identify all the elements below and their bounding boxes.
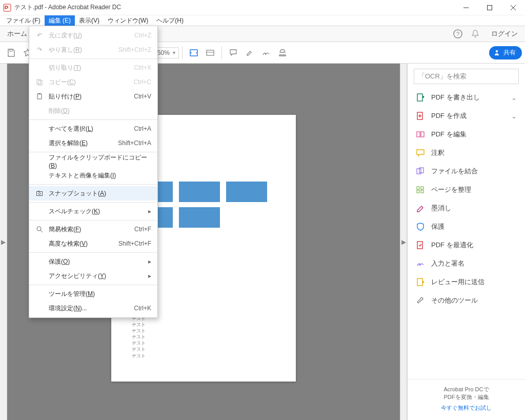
- svg-rect-2: [488, 5, 492, 10]
- try-free-link[interactable]: 今すぐ無料でお試し: [412, 404, 521, 412]
- svg-rect-36: [38, 191, 39, 192]
- sign-icon[interactable]: [258, 45, 274, 61]
- tool-create-pdf[interactable]: PDF を作成 ⌄: [408, 107, 525, 125]
- menu-redo[interactable]: ↷やり直し(R)Shift+Ctrl+Z: [29, 43, 157, 57]
- left-panel-toggle[interactable]: ▶: [0, 64, 7, 420]
- svg-rect-18: [417, 94, 422, 101]
- save-icon[interactable]: [3, 45, 19, 61]
- share-label: 共有: [503, 48, 516, 57]
- tool-optimize[interactable]: PDF を最適化: [408, 236, 525, 254]
- tools-panel: 「OCR」を検索 PDF を書き出し ⌄ PDF を作成 ⌄ PDF を編集 注…: [407, 64, 525, 420]
- menu-undo[interactable]: ↶元に戻す(U)Ctrl+Z: [29, 28, 157, 43]
- submenu-arrow-icon: ▸: [148, 208, 151, 215]
- tool-comment[interactable]: 注釈: [408, 144, 525, 162]
- zoom-value: 50%: [157, 49, 170, 56]
- tool-edit-pdf[interactable]: PDF を編集: [408, 125, 525, 144]
- menu-cut[interactable]: 切り取り(T)Ctrl+X: [29, 61, 157, 75]
- login-button[interactable]: ログイン: [484, 29, 525, 38]
- send-icon: [416, 277, 425, 287]
- svg-point-17: [496, 50, 498, 52]
- undo-icon: ↶: [35, 32, 44, 39]
- tool-organize[interactable]: ページを整理: [408, 181, 525, 199]
- submenu-arrow-icon: ▸: [148, 272, 151, 279]
- svg-point-37: [37, 227, 41, 231]
- svg-rect-25: [421, 187, 423, 189]
- svg-rect-33: [38, 93, 41, 94]
- combine-icon: [416, 167, 425, 176]
- panel-footer: Acrobat Pro DCで PDFを変換・編集 今すぐ無料でお試し: [408, 379, 525, 420]
- svg-line-38: [41, 230, 43, 232]
- highlight-icon[interactable]: [241, 45, 258, 61]
- doc-block: [179, 182, 220, 202]
- menu-file[interactable]: ファイル (F): [2, 15, 45, 26]
- title-bar: テスト.pdf - Adobe Acrobat Reader DC: [0, 0, 525, 15]
- svg-rect-32: [37, 94, 42, 99]
- menu-copy[interactable]: コピー(C)Ctrl+C: [29, 75, 157, 89]
- svg-rect-15: [207, 50, 214, 55]
- svg-rect-28: [417, 242, 422, 249]
- submenu-arrow-icon: ▸: [148, 258, 151, 265]
- organize-icon: [416, 185, 425, 194]
- menu-deselect[interactable]: 選択を解除(E)Shift+Ctrl+A: [29, 136, 157, 150]
- menu-delete[interactable]: 削除(D): [29, 104, 157, 118]
- redo-icon: ↷: [35, 46, 44, 53]
- menu-paste[interactable]: 貼り付け(P)Ctrl+V: [29, 89, 157, 104]
- svg-rect-27: [421, 190, 423, 193]
- menu-select-all[interactable]: すべてを選択(L)Ctrl+A: [29, 122, 157, 136]
- tool-protect[interactable]: 保護: [408, 217, 525, 236]
- tools-search-input[interactable]: 「OCR」を検索: [414, 69, 519, 84]
- chevron-down-icon: ⌄: [511, 112, 517, 120]
- menu-find[interactable]: 簡易検索(F)Ctrl+F: [29, 222, 157, 236]
- menu-snapshot[interactable]: スナップショット(A): [29, 186, 157, 201]
- tool-export-pdf[interactable]: PDF を書き出し ⌄: [408, 88, 525, 107]
- tool-send-review[interactable]: レビュー用に送信: [408, 273, 525, 291]
- page-display-icon[interactable]: [202, 45, 218, 61]
- menu-manage-tools[interactable]: ツールを管理(M): [29, 287, 157, 301]
- camera-icon: [35, 190, 44, 197]
- minimize-button[interactable]: [454, 0, 478, 15]
- svg-rect-26: [417, 190, 419, 193]
- edit-menu-dropdown: ↶元に戻す(U)Ctrl+Z ↷やり直し(R)Shift+Ctrl+Z 切り取り…: [29, 26, 158, 318]
- help-icon[interactable]: ?: [449, 26, 467, 42]
- menu-preferences[interactable]: 環境設定(N)...Ctrl+K: [29, 301, 157, 315]
- svg-point-35: [38, 193, 41, 195]
- chevron-down-icon: ⌄: [511, 94, 517, 102]
- menu-accessibility[interactable]: アクセシビリティ(Y)▸: [29, 269, 157, 283]
- menu-view[interactable]: 表示(V): [75, 15, 104, 26]
- notifications-icon[interactable]: [467, 26, 484, 42]
- shield-icon: [416, 222, 425, 231]
- tool-fill-sign[interactable]: 入力と署名: [408, 254, 525, 273]
- svg-text:?: ?: [456, 31, 459, 37]
- menu-protect[interactable]: 保護(O)▸: [29, 254, 157, 269]
- tool-more[interactable]: その他のツール: [408, 291, 525, 310]
- redact-icon: [416, 204, 425, 213]
- svg-rect-29: [417, 278, 422, 286]
- menu-advanced-find[interactable]: 高度な検索(V)Shift+Ctrl+F: [29, 236, 157, 251]
- right-panel-toggle[interactable]: ▶: [400, 64, 407, 420]
- window-title: テスト.pdf - Adobe Acrobat Reader DC: [14, 3, 121, 12]
- menu-edit-text[interactable]: テキストと画像を編集(I): [29, 168, 157, 183]
- fillsign-icon: [416, 259, 425, 268]
- share-button[interactable]: 共有: [489, 46, 522, 59]
- menu-edit[interactable]: 編集 (E): [45, 15, 75, 26]
- svg-rect-24: [417, 187, 419, 189]
- stamp-icon[interactable]: [274, 45, 291, 61]
- menu-spellcheck[interactable]: スペルチェック(K)▸: [29, 204, 157, 218]
- close-button[interactable]: [501, 0, 525, 15]
- svg-rect-34: [37, 192, 43, 196]
- maximize-button[interactable]: [478, 0, 501, 15]
- menu-copy-to-clipboard[interactable]: ファイルをクリップボードにコピー(B): [29, 154, 157, 168]
- tool-combine[interactable]: ファイルを結合: [408, 162, 525, 181]
- app-icon: [3, 4, 11, 12]
- copy-icon: [35, 78, 44, 86]
- comment-tool-icon: [416, 148, 425, 157]
- tool-redact[interactable]: 墨消し: [408, 199, 525, 217]
- paste-icon: [35, 93, 44, 100]
- export-icon: [416, 93, 425, 102]
- wrench-icon: [416, 296, 425, 305]
- menu-window[interactable]: ウィンドウ(W): [104, 15, 152, 26]
- fit-width-icon[interactable]: [186, 45, 202, 61]
- chevron-down-icon: ▾: [173, 50, 175, 55]
- comment-icon[interactable]: [225, 45, 241, 61]
- menu-help[interactable]: ヘルプ(H): [152, 15, 188, 26]
